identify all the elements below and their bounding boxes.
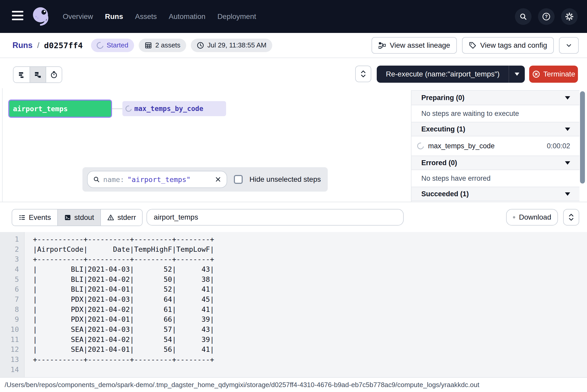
tag-icon — [469, 41, 477, 49]
log-line: 1+-----------+----------+---------+-----… — [0, 234, 587, 244]
status-section-body: No steps are waiting to execute — [411, 105, 579, 122]
dagster-logo-icon[interactable] — [30, 6, 51, 28]
log-line-text: | BLI|2021-04-01| 52| 41| — [25, 285, 214, 293]
status-section-header[interactable]: Preparing (0) — [411, 91, 579, 105]
status-section-body: max_temps_by_code0:00:02 — [411, 136, 579, 156]
status-section-title: Executing (1) — [421, 125, 565, 133]
svg-text:?: ? — [545, 14, 548, 19]
log-line-number: 11 — [0, 335, 25, 344]
spinner-icon — [95, 40, 105, 50]
log-line-number: 12 — [0, 345, 25, 353]
log-line-number: 14 — [0, 366, 25, 374]
event-list-icon — [18, 214, 26, 221]
log-viewer[interactable]: 1+-----------+----------+---------+-----… — [0, 232, 587, 377]
log-expand-button[interactable] — [563, 209, 579, 226]
caret-down-icon — [565, 96, 570, 100]
log-line: 4| BLI|2021-04-03| 52| 43| — [0, 264, 587, 274]
status-section-header[interactable]: Executing (1) — [411, 122, 579, 136]
gantt-zoom-button[interactable] — [355, 66, 371, 82]
assets-count-badge[interactable]: 2 assets — [139, 39, 186, 52]
step-filter-input[interactable]: name: "airport_temps" — [87, 171, 227, 188]
hide-unselected-label: Hide unselected steps — [249, 175, 321, 184]
nav-item-overview[interactable]: Overview — [63, 12, 93, 21]
status-section-title: Errored (0) — [421, 159, 565, 167]
header-actions: View asset lineage View tags and config — [372, 37, 579, 54]
status-section-title: Succeeded (1) — [421, 190, 565, 198]
up-down-chevrons-icon — [568, 213, 575, 221]
status-section-title: Preparing (0) — [421, 94, 565, 102]
caret-down-icon — [515, 73, 519, 76]
log-line-text: |AirportCode| Date|TempHighF|TempLowF| — [25, 245, 214, 253]
nav-links: OverviewRunsAssetsAutomationDeployment — [63, 0, 256, 33]
gear-icon[interactable] — [561, 8, 578, 25]
log-line-text: +-----------+----------+---------+------… — [25, 235, 214, 243]
stopwatch-icon — [50, 71, 58, 79]
log-line-text: | PDX|2021-04-02| 61| 41| — [25, 305, 214, 313]
download-button[interactable]: Download — [506, 209, 558, 226]
reexecute-button[interactable]: Re-execute (name:"airport_temps") — [377, 66, 525, 83]
step-elapsed-time: 0:00:02 — [547, 142, 570, 150]
log-file-path: /Users/ben/repos/components_demo/spark-d… — [5, 381, 479, 389]
gantt-step-airport-temps[interactable]: airport_temps — [8, 100, 112, 118]
step-filter-bar: name: "airport_temps" Hide unselected st… — [82, 167, 328, 192]
log-line-text: | SEA|2021-04-01| 56| 41| — [25, 345, 214, 353]
tab-events[interactable]: Events — [12, 209, 57, 226]
chevron-down-icon — [565, 42, 572, 49]
status-empty-text: No steps are waiting to execute — [411, 105, 579, 122]
log-line: 13+-----------+----------+---------+----… — [0, 354, 587, 365]
log-line: 12| SEA|2021-04-01| 56| 41| — [0, 345, 587, 355]
section-divider — [0, 202, 587, 202]
log-line-text: | PDX|2021-04-03| 64| 45| — [25, 295, 214, 303]
log-type-tabs: Events stdout stderr — [12, 209, 143, 226]
breadcrumb-separator: / — [37, 41, 39, 50]
nav-item-deployment[interactable]: Deployment — [217, 12, 256, 21]
log-line: 8| PDX|2021-04-02| 61| 41| — [0, 304, 587, 314]
view-tags-and-config-button[interactable]: View tags and config — [462, 37, 554, 54]
scrollbar-thumb[interactable] — [580, 91, 585, 184]
gantt-step-max-temps-by-code[interactable]: max_temps_by_code — [122, 101, 226, 116]
log-line-text: | BLI|2021-04-02| 50| 38| — [25, 275, 214, 283]
help-icon[interactable]: ? — [538, 8, 555, 25]
log-line: 3+-----------+----------+---------+-----… — [0, 254, 587, 264]
log-line-text: | BLI|2021-04-03| 52| 43| — [25, 265, 214, 273]
spinner-icon — [416, 141, 425, 151]
timer-view-button[interactable] — [46, 67, 62, 82]
flat-gantt-view-button[interactable] — [13, 67, 30, 82]
gantt-panel-border — [2, 88, 3, 202]
menu-icon[interactable] — [12, 11, 24, 22]
log-file-footer: /Users/ben/repos/components_demo/spark-d… — [0, 377, 587, 392]
log-line: 10| SEA|2021-04-03| 57| 43| — [0, 324, 587, 334]
reexecute-dropdown-button[interactable] — [509, 66, 525, 83]
view-asset-lineage-button[interactable]: View asset lineage — [372, 37, 457, 54]
header-more-dropdown-button[interactable] — [559, 37, 579, 54]
search-icon[interactable] — [515, 8, 532, 25]
log-line-number: 1 — [0, 235, 25, 243]
log-line: 14 — [0, 365, 587, 375]
hide-unselected-checkbox[interactable] — [234, 175, 243, 184]
nav-item-assets[interactable]: Assets — [135, 12, 157, 21]
waterfall-gantt-icon — [34, 71, 42, 79]
cancel-circle-icon — [532, 70, 540, 78]
log-line: 2|AirportCode| Date|TempHighF|TempLowF| — [0, 244, 587, 254]
clear-filter-icon[interactable] — [215, 176, 221, 183]
status-section-header[interactable]: Errored (0) — [411, 156, 579, 170]
log-step-selector[interactable]: airport_temps — [146, 209, 404, 226]
tab-stdout[interactable]: stdout — [57, 209, 100, 226]
status-badge: Started — [91, 39, 134, 52]
breadcrumb-runs-link[interactable]: Runs — [12, 41, 33, 50]
status-section-header[interactable]: Succeeded (1) — [411, 187, 579, 201]
top-nav: OverviewRunsAssetsAutomationDeployment ? — [0, 0, 587, 33]
nav-item-runs[interactable]: Runs — [105, 12, 123, 21]
step-status-panel: Preparing (0)No steps are waiting to exe… — [411, 90, 579, 202]
log-line-number: 2 — [0, 245, 25, 253]
log-line-number: 5 — [0, 275, 25, 283]
terminate-button[interactable]: Terminate — [529, 66, 578, 83]
log-line: 5| BLI|2021-04-02| 50| 38| — [0, 274, 587, 284]
asset-grid-icon — [144, 41, 152, 49]
log-lines: 1+-----------+----------+---------+-----… — [0, 234, 587, 375]
waterfall-gantt-view-button[interactable] — [30, 67, 46, 82]
log-line-number: 6 — [0, 285, 25, 293]
nav-item-automation[interactable]: Automation — [169, 12, 206, 21]
tab-stderr[interactable]: stderr — [100, 209, 142, 226]
executing-step-row[interactable]: max_temps_by_code0:00:02 — [411, 136, 579, 156]
